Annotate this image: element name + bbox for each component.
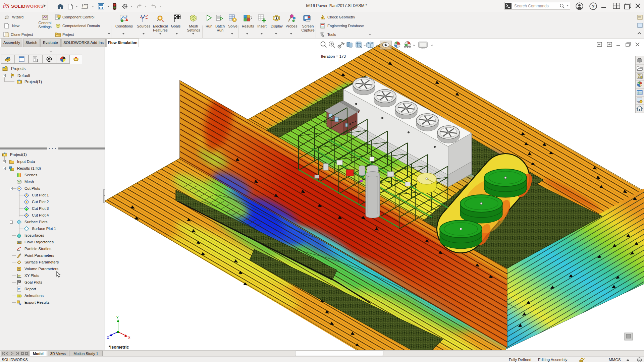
svg-text:Y: Y <box>116 315 119 319</box>
svg-text:∂S: ∂S <box>3 2 9 9</box>
svg-text:?: ? <box>592 4 595 9</box>
svg-text:SOLIDWORKS: SOLIDWORKS <box>11 4 44 9</box>
svg-text:W: W <box>18 288 21 291</box>
svg-text:Iteration = 173: Iteration = 173 <box>321 54 346 58</box>
svg-text:*Isometric: *Isometric <box>109 345 129 350</box>
svg-text:Σ: Σ <box>18 267 20 271</box>
svg-text:X: X <box>128 336 130 339</box>
svg-text:Z: Z <box>107 336 109 339</box>
